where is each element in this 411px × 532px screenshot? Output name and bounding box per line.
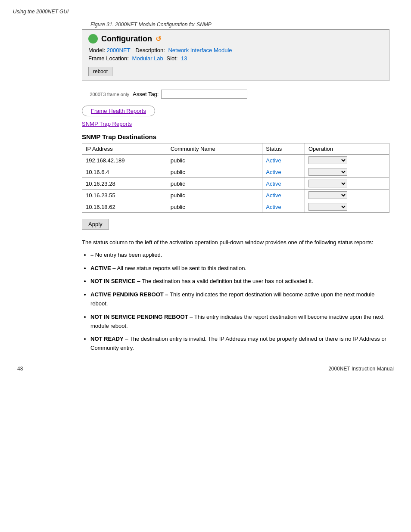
cell-ip[interactable]: 10.16.18.62: [82, 201, 167, 213]
col-header-operation: Operation: [305, 143, 389, 155]
operation-select[interactable]: [308, 156, 347, 164]
table-row: 10.16.23.28publicActive: [82, 178, 389, 190]
operation-select[interactable]: [308, 203, 347, 211]
slot-label: Slot:: [166, 55, 177, 62]
cell-operation[interactable]: [305, 190, 389, 201]
cell-community[interactable]: public: [167, 166, 262, 178]
asset-aside-label: 2000T3 frame only: [82, 92, 129, 97]
status-active-label: Active: [266, 180, 281, 187]
model-value[interactable]: 2000NET: [107, 47, 131, 53]
config-title: Configuration ↺: [88, 34, 383, 44]
page-number: 48: [17, 366, 23, 372]
cell-status: Active: [262, 155, 305, 166]
page-footer: 48 2000NET Instruction Manual: [13, 366, 398, 372]
bullet-text: No entry has been applied.: [93, 252, 162, 258]
snmp-section: SNMP Trap Destinations IP Address Commun…: [82, 133, 389, 230]
operation-select[interactable]: [308, 168, 347, 176]
list-item: – No entry has been applied.: [90, 251, 389, 260]
asset-row: Asset Tag:: [133, 90, 247, 99]
cell-community[interactable]: public: [167, 201, 262, 213]
snmp-table-title: SNMP Trap Destinations: [82, 133, 389, 140]
frame-health-link[interactable]: Frame Health Reports: [82, 106, 155, 116]
cell-operation[interactable]: [305, 201, 389, 213]
description-section: The status column to the left of the act…: [82, 238, 389, 353]
bullet-bold: ACTIVE PENDING REBOOT –: [90, 291, 168, 298]
using-header: Using the 2000NET GUI: [13, 9, 398, 15]
description-label: Description:: [135, 47, 165, 53]
asset-tag-input[interactable]: [161, 90, 247, 99]
bullet-bold: NOT READY: [90, 336, 124, 342]
bullet-text: – All new status reports will be sent to…: [111, 265, 246, 271]
refresh-icon: ↺: [156, 35, 161, 43]
description-intro: The status column to the left of the act…: [82, 238, 389, 247]
frame-label: Frame Location:: [88, 55, 129, 62]
snmp-trap-link[interactable]: SNMP Trap Reports: [82, 121, 398, 127]
list-item: NOT READY – The destination entry is inv…: [90, 335, 389, 353]
config-title-text: Configuration: [101, 34, 152, 44]
snmp-trap-label: SNMP Trap Reports: [82, 121, 132, 127]
model-label: Model:: [88, 47, 105, 53]
description-value: Network Interface Module: [168, 47, 232, 53]
cell-status: Active: [262, 201, 305, 213]
cell-operation[interactable]: [305, 178, 389, 190]
apply-button[interactable]: Apply: [82, 219, 109, 230]
table-row: 10.16.6.4publicActive: [82, 166, 389, 178]
bullet-bold: NOT IN SERVICE PENDING REBOOT: [90, 314, 188, 320]
bullet-bold: ACTIVE: [90, 265, 111, 271]
bullet-text: – The destination entry is invalid. The …: [90, 336, 386, 351]
table-row: 192.168.42.189publicActive: [82, 155, 389, 166]
green-dot-icon: [88, 34, 98, 44]
col-header-community: Community Name: [167, 143, 262, 155]
status-active-label: Active: [266, 157, 281, 164]
config-frame-line: Frame Location: Modular Lab Slot: 13: [88, 55, 383, 62]
asset-section: 2000T3 frame only Asset Tag:: [82, 90, 398, 99]
list-item: NOT IN SERVICE PENDING REBOOT – This ent…: [90, 313, 389, 331]
status-active-label: Active: [266, 204, 281, 210]
cell-status: Active: [262, 190, 305, 201]
cell-community[interactable]: public: [167, 190, 262, 201]
list-item: NOT IN SERVICE – The destination has a v…: [90, 277, 389, 286]
table-row: 10.16.23.55publicActive: [82, 190, 389, 201]
cell-operation[interactable]: [305, 155, 389, 166]
status-bullet-list: – No entry has been applied.ACTIVE – All…: [90, 251, 389, 353]
reboot-button[interactable]: reboot: [88, 67, 112, 76]
cell-ip[interactable]: 10.16.23.28: [82, 178, 167, 190]
cell-ip[interactable]: 192.168.42.189: [82, 155, 167, 166]
config-model-line: Model: 2000NET Description: Network Inte…: [88, 47, 383, 53]
operation-select[interactable]: [308, 191, 347, 199]
status-active-label: Active: [266, 169, 281, 175]
figure-caption: Figure 31. 2000NET Module Configuration …: [13, 22, 398, 28]
bullet-bold: NOT IN SERVICE: [90, 278, 136, 284]
cell-status: Active: [262, 166, 305, 178]
operation-select[interactable]: [308, 180, 347, 187]
manual-title: 2000NET Instruction Manual: [328, 366, 394, 372]
cell-status: Active: [262, 178, 305, 190]
cell-ip[interactable]: 10.16.23.55: [82, 190, 167, 201]
cell-community[interactable]: public: [167, 178, 262, 190]
cell-ip[interactable]: 10.16.6.4: [82, 166, 167, 178]
frame-health-label: Frame Health Reports: [91, 108, 146, 114]
snmp-trap-table: IP Address Community Name Status Operati…: [82, 143, 389, 213]
col-header-ip: IP Address: [82, 143, 167, 155]
asset-tag-label: Asset Tag:: [133, 91, 159, 97]
table-row: 10.16.18.62publicActive: [82, 201, 389, 213]
config-box: Configuration ↺ Model: 2000NET Descripti…: [82, 29, 389, 81]
bullet-text: – The destination has a valid definition…: [136, 278, 313, 284]
col-header-status: Status: [262, 143, 305, 155]
cell-operation[interactable]: [305, 166, 389, 178]
frame-value: Modular Lab: [132, 55, 163, 62]
status-active-label: Active: [266, 192, 281, 199]
cell-community[interactable]: public: [167, 155, 262, 166]
list-item: ACTIVE – All new status reports will be …: [90, 264, 389, 273]
list-item: ACTIVE PENDING REBOOT – This entry indic…: [90, 290, 389, 308]
slot-value: 13: [181, 55, 187, 62]
